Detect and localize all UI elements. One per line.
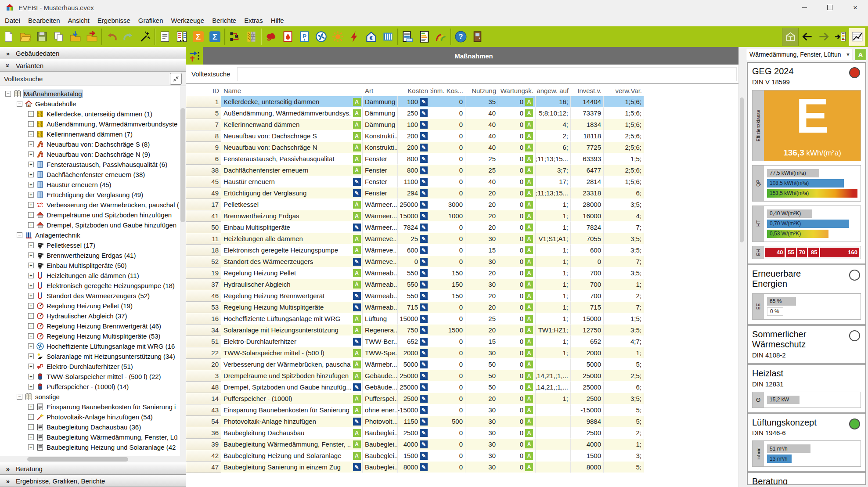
edit-pencil-badge[interactable]: ✎ (353, 178, 361, 186)
table-row[interactable]: 49Ertüchtigung der Verglasung✎Fenster294… (186, 188, 745, 199)
tree-item[interactable]: −Gebäudehülle (4, 99, 180, 109)
tree-item[interactable]: +Fensteraustausch, Passivhausqualität (6… (4, 159, 180, 170)
catalog-a-badge[interactable]: A (353, 246, 361, 254)
table-row[interactable]: 42Baubegleitung Heizung und SolaranlageA… (186, 450, 745, 462)
table-row[interactable]: 52Standort des Wärmeerzeugers✎Wärmeve...… (186, 256, 745, 267)
row-header-id[interactable]: 36 (186, 427, 221, 439)
catalog-a-badge[interactable]: A (353, 372, 361, 380)
table-row[interactable]: 48Drempel, Spitzboden und Gaube hinzufüg… (186, 382, 745, 393)
edit-kosten-badge[interactable]: ✎ (420, 155, 428, 163)
table-row[interactable]: 1Kellerdecke, unterseitig dämmenADämmung… (186, 96, 745, 108)
edit-pencil-badge[interactable]: ✎ (353, 463, 361, 471)
tree-item[interactable]: +Regelung Heizung Multisplitgeräte (53) (4, 331, 180, 341)
expand-icon[interactable]: + (28, 212, 34, 218)
edit-kosten-badge[interactable]: ✎ (420, 269, 428, 277)
edit-kosten-badge[interactable]: ✎ (420, 166, 428, 174)
edit-kosten-badge[interactable]: ✎ (420, 383, 428, 391)
catalog-a-badge[interactable]: A (353, 166, 361, 174)
expand-icon[interactable]: + (28, 293, 34, 299)
edit-kosten-badge[interactable]: ✎ (420, 372, 428, 380)
catalog-a-badge[interactable]: A (353, 315, 361, 323)
catalog-a-badge[interactable]: A (525, 372, 533, 380)
tree-item[interactable]: +Einbau Multisplitgeräte (50) (4, 260, 180, 271)
chart-icon[interactable] (849, 28, 865, 46)
table-row[interactable]: 43Einsparung Baunebenkosten für Sanierun… (186, 404, 745, 416)
table-row[interactable]: 34Solaranlage mit HeizungsunterstützungA… (186, 325, 745, 336)
edit-kosten-badge[interactable]: ✎ (420, 189, 428, 197)
tree-item[interactable]: +Kellerdecke, unterseitig dämmen (1) (4, 109, 180, 119)
tree-item[interactable]: +Pufferspeicher - (1000l) (14) (4, 382, 180, 392)
tree-item[interactable]: +Haustür erneuern (45) (4, 180, 180, 190)
expand-icon[interactable]: + (28, 444, 34, 450)
tree-item[interactable]: +Kellerinnenwand dämmen (7) (4, 129, 180, 139)
tree-item[interactable]: +Baubegleitung Dachausbau (36) (4, 422, 180, 432)
row-header-id[interactable]: 48 (186, 382, 221, 393)
table-row[interactable]: 53Regelung Heizung Multisplitgeräte✎Wärm… (186, 302, 745, 313)
catalog-a-badge[interactable]: A (525, 326, 533, 334)
catalog-a-badge[interactable]: A (525, 269, 533, 277)
catalog-a-badge[interactable]: A (525, 201, 533, 209)
tree-item[interactable]: +Brennwertheizung Erdgas (41) (4, 250, 180, 260)
catalog-a-badge[interactable]: A (525, 315, 533, 323)
collapse-all-button[interactable] (170, 73, 182, 85)
sigma-b-icon[interactable]: Σ (206, 28, 223, 46)
row-header-id[interactable]: 43 (186, 404, 221, 416)
new-icon[interactable] (0, 28, 17, 46)
column-header-name[interactable]: Name (221, 84, 351, 96)
tree-item[interactable]: +Drempel, Spitzboden und Gaube hinzufüge… (4, 220, 180, 230)
door-icon[interactable] (469, 28, 486, 46)
row-header-id[interactable]: 1 (186, 96, 221, 108)
fwd-icon[interactable] (815, 28, 832, 46)
edit-pencil-badge[interactable]: ✎ (353, 292, 361, 300)
catalog-a-badge[interactable]: A (353, 326, 361, 334)
row-header-id[interactable]: 11 (186, 233, 221, 245)
catalog-a-badge[interactable]: A (525, 303, 533, 311)
tree-item[interactable]: +Neuaufbau von: Dachschräge S (8) (4, 139, 180, 149)
catalog-a-badge[interactable]: A (525, 224, 533, 231)
sun-icon[interactable] (329, 28, 346, 46)
table-row[interactable]: 11Heizleitungen alle dämmenAWärmeve...25… (186, 233, 745, 245)
row-header-id[interactable]: 16 (186, 313, 221, 325)
catalog-a-badge[interactable]: A (525, 109, 533, 117)
row-header-id[interactable]: 41 (186, 210, 221, 222)
table-row[interactable]: 7Kellerinnenwand dämmenADämmung100✎0400A… (186, 119, 745, 130)
copy-icon[interactable] (50, 28, 67, 46)
row-header-id[interactable]: 49 (186, 188, 221, 199)
row-header-id[interactable]: 51 (186, 336, 221, 347)
expand-icon[interactable]: + (28, 283, 34, 289)
edit-kosten-badge[interactable]: ✎ (420, 418, 428, 426)
table-row[interactable]: 8Neuaufbau von: Dachschräge SAKonstrukti… (186, 130, 745, 142)
tree-item[interactable]: −Anlagentechnik (4, 230, 180, 240)
edit-pencil-badge[interactable]: ✎ (353, 418, 361, 426)
expand-icon[interactable]: + (28, 384, 34, 390)
catalog-a-badge[interactable]: A (525, 178, 533, 186)
row-header-id[interactable]: 22 (186, 347, 221, 359)
help-icon[interactable]: ? (452, 28, 469, 46)
back-icon[interactable] (799, 28, 815, 46)
cert-icon[interactable] (416, 28, 432, 46)
column-header-art[interactable]: Art (363, 84, 398, 96)
tree-item[interactable]: +Pelletkessel (17) (4, 240, 180, 250)
report-icon[interactable] (399, 28, 416, 46)
table-row[interactable]: 22TWW-Solarspeicher mittel - (500 l)ATWW… (186, 347, 745, 359)
expand-icon[interactable]: + (28, 404, 34, 410)
edit-kosten-badge[interactable]: ✎ (420, 326, 428, 334)
row-header-id[interactable]: 37 (186, 279, 221, 290)
cloud-icon[interactable] (263, 28, 279, 46)
minimize-button[interactable] (792, 0, 817, 15)
tree-item[interactable]: +Elektronisch geregelte Heizungspumpe (1… (4, 281, 180, 291)
row-header-id[interactable]: 47 (186, 462, 221, 473)
table-row[interactable]: 38Dachflächenfenster erneuernAFenster800… (186, 165, 745, 176)
expand-icon[interactable]: + (28, 374, 34, 379)
tree-item[interactable]: +Heizleitungen alle dämmen (11) (4, 271, 180, 281)
collapse-icon[interactable]: − (17, 394, 22, 400)
menu-item-bearbeiten[interactable]: Bearbeiten (24, 15, 64, 26)
tree-item[interactable]: −sonstige (4, 392, 180, 402)
expand-icon[interactable]: + (28, 303, 34, 309)
row-header-id[interactable]: 38 (186, 165, 221, 176)
expand-icon[interactable]: + (28, 242, 34, 248)
open-icon[interactable] (17, 28, 33, 46)
flame-icon[interactable] (279, 28, 296, 46)
expand-icon[interactable]: + (28, 192, 34, 198)
catalog-a-badge[interactable]: A (353, 121, 361, 129)
